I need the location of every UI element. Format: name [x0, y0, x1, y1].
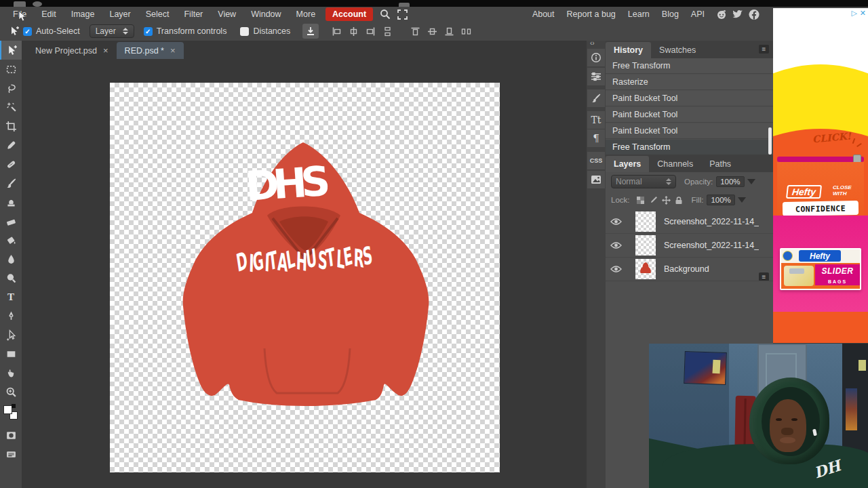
history-step[interactable]: Rasterize	[606, 75, 773, 90]
tab-history[interactable]: History	[606, 42, 651, 58]
twitter-icon[interactable]	[732, 9, 743, 20]
document-canvas[interactable]: DHS DIGITALHUSTLERS	[110, 83, 500, 472]
layer-row-background[interactable]: Background	[606, 258, 773, 281]
image-panel-button[interactable]	[587, 171, 605, 188]
distribute-vertical-icon[interactable]	[382, 26, 393, 37]
account-button[interactable]: Account	[326, 7, 373, 21]
lock-transparency-icon[interactable]	[636, 196, 645, 205]
auto-select-checkbox[interactable]: ✓	[23, 27, 32, 36]
tool-rect-select[interactable]	[0, 60, 22, 79]
layer-visibility-icon[interactable]	[606, 241, 626, 249]
menu-filter[interactable]: Filter	[176, 7, 210, 21]
align-left-icon[interactable]	[332, 26, 342, 37]
color-swatches[interactable]	[0, 401, 22, 426]
opacity-value[interactable]: 100%	[716, 176, 744, 187]
align-bottom-icon[interactable]	[444, 26, 454, 37]
tool-paint-bucket[interactable]	[0, 230, 22, 249]
layer-thumbnail-background[interactable]	[635, 259, 656, 279]
menu-view[interactable]: View	[210, 7, 243, 21]
tab-layers[interactable]: Layers	[606, 156, 649, 172]
collapse-dock-icon[interactable]: ‹›	[590, 39, 595, 47]
layer-row-screenshot-1[interactable]: Screenshot_2022-11-14_	[606, 210, 773, 234]
tool-type[interactable]: T	[0, 287, 22, 306]
panel-menu-icon[interactable]: ≡	[759, 45, 769, 54]
tool-brush[interactable]	[0, 174, 22, 192]
tool-eraser[interactable]	[0, 211, 22, 230]
tool-hand[interactable]	[0, 363, 22, 382]
close-tab-icon[interactable]: ×	[103, 45, 108, 56]
reddit-icon[interactable]	[716, 9, 727, 20]
distances-checkbox[interactable]	[240, 27, 249, 36]
tool-spot-heal[interactable]	[0, 155, 22, 174]
history-step[interactable]: Paint Bucket Tool	[606, 123, 773, 139]
info-panel-button[interactable]	[587, 49, 605, 66]
swap-colors-icon[interactable]	[12, 404, 16, 408]
tab-red-psd[interactable]: RED.psd * ×	[117, 42, 184, 59]
adchoices-icon[interactable]: ▷	[852, 9, 857, 18]
history-scrollbar[interactable]	[768, 127, 772, 155]
menu-select[interactable]: Select	[138, 7, 177, 21]
css-panel-button[interactable]: CSS	[587, 152, 605, 169]
tool-eyedropper[interactable]	[0, 136, 22, 155]
lock-pixels-icon[interactable]	[649, 196, 658, 205]
layer-visibility-icon[interactable]	[606, 265, 626, 273]
history-step[interactable]: Paint Bucket Tool	[606, 91, 773, 106]
menu-more[interactable]: More	[289, 7, 323, 21]
fill-dropdown-icon[interactable]	[738, 197, 746, 203]
layer-visibility-icon[interactable]	[606, 218, 626, 226]
tool-crop[interactable]	[0, 117, 22, 136]
place-image-button[interactable]	[302, 24, 319, 39]
layer-thumbnail[interactable]	[635, 211, 656, 232]
distribute-horizontal-icon[interactable]	[461, 26, 471, 37]
transform-controls-checkbox[interactable]: ✓	[144, 27, 153, 36]
align-right-icon[interactable]	[366, 26, 376, 37]
history-step-current[interactable]: Free Transform	[606, 140, 773, 155]
close-tab-icon[interactable]: ×	[170, 45, 176, 56]
tool-path-select[interactable]	[0, 325, 22, 344]
tab-channels[interactable]: Channels	[649, 156, 701, 172]
tool-settings-panel-button[interactable]	[587, 68, 605, 85]
layer-row-screenshot-2[interactable]: Screenshot_2022-11-14_	[606, 234, 773, 258]
menu-edit[interactable]: Edit	[34, 7, 64, 21]
tool-move[interactable]	[0, 41, 22, 60]
facebook-icon[interactable]	[749, 9, 760, 20]
tool-dodge[interactable]	[0, 268, 22, 287]
target-select-dropdown[interactable]: Layer	[90, 24, 134, 38]
menu-layer[interactable]: Layer	[102, 7, 138, 21]
lock-all-icon[interactable]	[675, 196, 683, 205]
opacity-dropdown-icon[interactable]	[747, 179, 755, 184]
align-top-icon[interactable]	[410, 26, 420, 37]
menu-window[interactable]: Window	[243, 7, 288, 21]
tool-magic-wand[interactable]	[0, 98, 22, 117]
blend-mode-dropdown[interactable]: Normal	[611, 175, 676, 188]
link-about[interactable]: About	[526, 7, 561, 21]
tool-lasso[interactable]	[0, 79, 22, 98]
link-report-bug[interactable]: Report a bug	[561, 7, 622, 21]
ad-close-icon[interactable]: ✕	[860, 9, 866, 18]
align-middle-icon[interactable]	[427, 26, 437, 37]
search-icon[interactable]	[380, 9, 391, 20]
tool-blur[interactable]	[0, 249, 22, 268]
tab-swatches[interactable]: Swatches	[651, 42, 704, 58]
menu-image[interactable]: Image	[64, 7, 102, 21]
tool-rectangle[interactable]	[0, 344, 22, 363]
ad-banner[interactable]: ▷ ✕ CLICK! Hefty CLOSE WITH CONFIDENCE H…	[773, 8, 868, 343]
link-learn[interactable]: Learn	[622, 7, 656, 21]
tool-clone-stamp[interactable]	[0, 192, 22, 211]
character-panel-button[interactable]: Tt	[587, 111, 605, 129]
screen-mode-button[interactable]	[0, 445, 22, 464]
tool-pen[interactable]	[0, 306, 22, 325]
link-blog[interactable]: Blog	[656, 7, 685, 21]
layer-thumbnail[interactable]	[635, 235, 656, 256]
align-center-horizontal-icon[interactable]	[349, 26, 359, 37]
paragraph-panel-button[interactable]: ¶	[587, 129, 605, 147]
history-step[interactable]: Free Transform	[606, 58, 773, 74]
link-api[interactable]: API	[685, 7, 711, 21]
tool-quick-mask[interactable]	[0, 426, 22, 445]
lock-position-icon[interactable]	[662, 196, 671, 205]
tab-new-project[interactable]: New Project.psd ×	[27, 42, 117, 59]
fill-value[interactable]: 100%	[707, 195, 734, 205]
tab-paths[interactable]: Paths	[701, 156, 739, 172]
brush-panel-button[interactable]	[587, 89, 605, 107]
fullscreen-icon[interactable]	[397, 9, 408, 20]
